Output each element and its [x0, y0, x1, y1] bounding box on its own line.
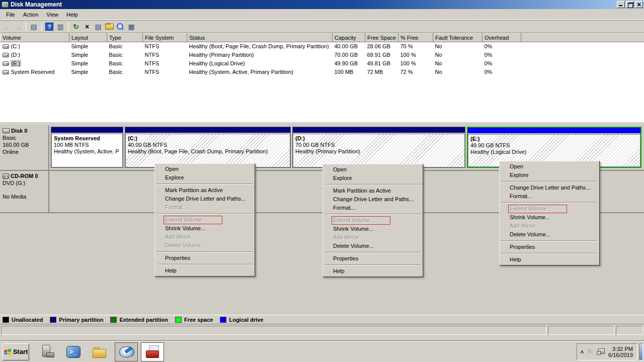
menu-item-label: Properties — [165, 254, 190, 262]
show-console-tree-icon[interactable]: ▤ — [29, 22, 39, 32]
column-header-file-system[interactable]: File System — [143, 34, 187, 42]
menu-item-label: Format... — [510, 192, 532, 201]
menu-item-explore[interactable]: Explore — [156, 173, 254, 182]
menu-separator — [501, 202, 598, 203]
menu-item-format[interactable]: Format... — [324, 204, 422, 212]
server-manager-icon[interactable] — [40, 344, 55, 359]
menu-action[interactable]: Action — [19, 10, 43, 19]
help-icon[interactable] — [44, 22, 54, 32]
taskbar: Start ^ ⚐ 3:32 PM 6/16/2019 — [0, 341, 644, 362]
menu-help[interactable]: Help — [62, 10, 82, 19]
partition-title: System Reserved — [54, 135, 120, 142]
show-action-pane-icon[interactable]: ▥ — [55, 22, 65, 32]
menu-item-shrink-volume[interactable]: Shrink Volume... — [324, 225, 422, 233]
menu-item-shrink-volume[interactable]: Shrink Volume... — [501, 213, 598, 222]
partition-body[interactable]: (C:)40.00 GB NTFSHealthy (Boot, Page Fil… — [125, 134, 290, 167]
minimize-button[interactable] — [617, 1, 625, 8]
volume-table: VolumeLayoutTypeFile SystemStatusCapacit… — [0, 33, 644, 76]
column-header-filler[interactable] — [521, 34, 644, 42]
partition-title: (D:) — [295, 135, 462, 142]
menu-item-shrink-volume[interactable]: Shrink Volume... — [156, 224, 254, 233]
partition-block-d[interactable]: (D:)70.00 GB NTFSHealthy (Primary Partit… — [292, 127, 465, 168]
menu-file[interactable]: File — [2, 10, 19, 19]
properties-icon[interactable]: ▤ — [93, 22, 103, 32]
table-row[interactable]: (C:)SimpleBasicNTFSHealthy (Boot, Page F… — [1, 42, 644, 51]
menu-item-help[interactable]: Help — [501, 255, 598, 264]
partition-body[interactable]: (D:)70.00 GB NTFSHealthy (Primary Partit… — [293, 134, 465, 167]
column-header-capacity[interactable]: Capacity — [333, 34, 365, 42]
refresh-icon[interactable]: ↻ — [71, 22, 81, 32]
cdrom-0-type: DVD (G:) — [3, 180, 46, 186]
menu-item-delete-volume[interactable]: Delete Volume... — [324, 242, 422, 250]
delete-icon[interactable]: × — [82, 22, 92, 32]
column-header-status[interactable]: Status — [187, 34, 333, 42]
menu-item-change-drive-letter-and-paths[interactable]: Change Drive Letter and Paths... — [156, 195, 254, 203]
legend-swatch — [175, 317, 182, 323]
collapse-chevron-icon[interactable]: ^ — [580, 349, 584, 356]
menu-view[interactable]: View — [42, 10, 62, 19]
menu-item-open[interactable]: Open — [501, 162, 598, 171]
table-row[interactable]: (E:)SimpleBasicNTFSHealthy (Logical Driv… — [1, 59, 644, 68]
menu-item-help[interactable]: Help — [156, 266, 254, 275]
disk-0-info-panel[interactable]: Disk 0 Basic 160.00 GB Online — [0, 126, 49, 170]
menu-item-change-drive-letter-and-paths[interactable]: Change Drive Letter and Paths... — [324, 195, 422, 204]
cdrom-0-info-panel[interactable]: CD-ROM 0 DVD (G:) No Media — [0, 171, 49, 212]
partition-block-systemreserved[interactable]: System Reserved100 MB NTFSHealthy (Syste… — [51, 127, 123, 168]
column-header--free[interactable]: % Free — [398, 34, 433, 42]
menu-item-help[interactable]: Help — [324, 267, 422, 276]
menu-item-mark-partition-as-active[interactable]: Mark Partition as Active — [156, 186, 254, 195]
find-icon[interactable] — [115, 22, 125, 32]
partition-block-c[interactable]: (C:)40.00 GB NTFSHealthy (Boot, Page Fil… — [125, 127, 291, 168]
menu-item-mark-partition-as-active[interactable]: Mark Partition as Active — [324, 187, 422, 195]
title-bar[interactable]: Disk Management — [0, 0, 644, 9]
flag-icon[interactable]: ⚐ — [587, 348, 593, 355]
partition-size: 40.00 GB NTFS — [128, 142, 288, 148]
start-button[interactable]: Start — [2, 343, 29, 360]
menu-item-label: Mark Partition as Active — [165, 186, 223, 195]
legend-item: Logical drive — [220, 317, 263, 323]
column-header-type[interactable]: Type — [107, 34, 143, 42]
restore-button[interactable] — [626, 1, 634, 8]
legend-item: Unallocated — [3, 317, 43, 323]
menu-separator — [325, 264, 421, 265]
column-header-fault-tolerance[interactable]: Fault Tolerance — [433, 34, 482, 42]
menu-item-properties[interactable]: Properties — [501, 243, 598, 251]
table-row[interactable]: (D:)SimpleBasicNTFSHealthy (Primary Part… — [1, 51, 644, 59]
back-icon[interactable]: ← — [2, 22, 12, 32]
menu-item-label: Help — [510, 255, 521, 264]
network-icon[interactable] — [597, 348, 605, 355]
column-header-layout[interactable]: Layout — [69, 34, 107, 42]
menu-item-properties[interactable]: Properties — [156, 254, 254, 262]
column-header-overhead[interactable]: Overhead — [482, 34, 521, 42]
powershell-icon[interactable] — [66, 346, 80, 358]
menu-item-label: Shrink Volume... — [510, 213, 550, 222]
show-desktop-button[interactable] — [639, 343, 643, 360]
table-row[interactable]: System ReservedSimpleBasicNTFSHealthy (S… — [1, 68, 644, 76]
menu-item-delete-volume[interactable]: Delete Volume... — [501, 230, 598, 239]
explorer-folder-icon[interactable] — [92, 344, 107, 359]
open-icon[interactable] — [104, 22, 114, 32]
menu-item-properties[interactable]: Properties — [324, 254, 422, 263]
legend-swatch — [220, 317, 226, 323]
volume-name: System Reserved — [11, 69, 55, 75]
manage-icon[interactable]: ▦ — [126, 22, 136, 32]
computer-management-task-button[interactable] — [141, 342, 164, 361]
forward-icon[interactable]: → — [13, 22, 23, 32]
menu-item-label: Change Drive Letter and Paths... — [510, 184, 590, 192]
close-button[interactable] — [635, 1, 643, 8]
menu-item-open[interactable]: Open — [156, 165, 254, 173]
toolbar-separator — [41, 22, 42, 31]
menu-item-format[interactable]: Format... — [501, 192, 598, 201]
menu-item-delete-volume: Delete Volume... — [156, 241, 254, 250]
disk-0-type: Basic — [3, 135, 46, 141]
menu-item-change-drive-letter-and-paths[interactable]: Change Drive Letter and Paths... — [501, 184, 598, 192]
menu-item-explore[interactable]: Explore — [501, 171, 598, 179]
disk-management-task-button[interactable] — [115, 342, 138, 361]
column-header-free-space[interactable]: Free Space — [365, 34, 398, 42]
menu-item-label: Delete Volume... — [510, 230, 550, 239]
menu-item-explore[interactable]: Explore — [324, 174, 422, 183]
partition-body[interactable]: System Reserved100 MB NTFSHealthy (Syste… — [51, 134, 123, 167]
clock[interactable]: 3:32 PM 6/16/2019 — [608, 346, 634, 358]
menu-item-open[interactable]: Open — [324, 165, 422, 174]
column-header-volume[interactable]: Volume — [1, 34, 69, 42]
